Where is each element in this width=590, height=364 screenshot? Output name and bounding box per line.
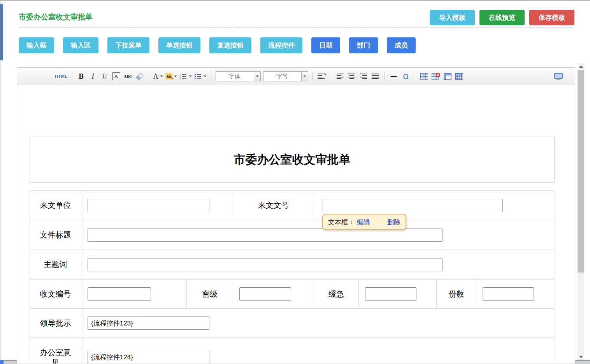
approval-form-table: 来文单位 来文文号 文件标题 主题词 收文编号 密级 缓急 份数 [30,190,555,364]
chevron-down-icon [303,76,306,77]
align-left-icon [336,73,344,79]
wenjian-biaoti-input[interactable] [88,229,442,242]
insert-member-button[interactable]: 成员 [387,37,416,53]
laiwen-wenhao-input[interactable] [323,199,503,212]
bold-button[interactable]: B [77,71,86,81]
toolbar-separator [313,71,313,81]
insert-flow-control-button[interactable]: 流程控件 [260,37,302,53]
scrollbar-thumb[interactable] [578,70,584,273]
horizontal-rule-button[interactable]: — [389,71,399,81]
eraser-icon [135,72,144,80]
align-left-button[interactable] [335,71,345,81]
justify-button[interactable] [371,71,380,81]
control-buttons-row: 输入框 输入区 下拉菜单 单选按钮 复选按钮 流程控件 日期 部门 成员 [19,37,416,53]
align-center-icon [348,73,356,79]
special-character-button[interactable]: Ω [401,71,411,81]
highlight-color-button[interactable]: ab✎ [165,71,177,81]
table-row: 领导批示 [30,309,555,338]
font-color-button[interactable]: A [153,71,163,81]
ordered-list-icon: 1 2 3 [179,73,187,79]
justify-icon [371,73,379,79]
strikethrough-button[interactable]: ABC [123,71,133,81]
chevron-down-icon [189,76,192,77]
bangongshi-yijian-input[interactable] [88,351,209,364]
rich-text-editor-panel: HTML B I U A ABC A ab✎ 1 2 3 [17,67,575,364]
font-color-a-icon: A [153,72,158,81]
toolbar-separator [211,71,211,81]
table-row: 收文编号 密级 缓急 份数 [30,280,555,309]
font-style-button[interactable]: A [112,71,121,81]
insert-department-button[interactable]: 部门 [349,37,378,53]
insert-textarea-button[interactable]: 输入区 [63,37,98,53]
fullscreen-button[interactable] [554,71,563,81]
scroll-up-button[interactable] [578,63,584,70]
editor-content-area[interactable]: 市委办公室收文审批单 来文单位 来文文号 文件标题 主题词 收文 [17,85,575,364]
header-actions: 导入模板 在线预览 保存模板 [430,10,574,25]
pencil-icon: ✎ [170,76,174,81]
toolbar-separator [331,71,331,81]
vertical-scrollbar[interactable] [578,63,584,360]
insert-radio-button[interactable]: 单选按钮 [158,37,200,53]
table-row: 来文单位 来文文号 [30,191,555,220]
insert-table-icon [420,73,428,80]
miji-input[interactable] [239,287,291,301]
save-template-button[interactable]: 保存模板 [529,10,574,25]
online-preview-button[interactable]: 在线预览 [479,10,525,25]
insert-inputbox-button[interactable]: 输入框 [19,37,54,53]
laiwen-danwei-input[interactable] [88,199,209,212]
unordered-list-icon [194,73,202,79]
lingdao-pishi-input[interactable] [88,317,209,330]
delete-table-button[interactable] [431,71,441,81]
font-family-select[interactable]: 字体 [216,71,261,81]
unordered-list-button[interactable] [194,71,207,81]
align-right-button[interactable] [359,71,368,81]
table-properties-button[interactable] [455,71,464,81]
font-size-dropdown-button[interactable] [301,71,308,81]
toolbar-separator [149,71,149,81]
html-source-button[interactable]: HTML [55,71,68,81]
textbox-action-tooltip: 文本框： 编辑 删除 [322,214,406,230]
background-window-strip [0,4,3,60]
insert-table-button[interactable] [420,71,429,81]
highlight-ab-icon: ab✎ [165,73,172,79]
remove-format-button[interactable] [135,71,144,81]
insert-dropdown-button[interactable]: 下拉菜单 [107,37,149,53]
italic-button[interactable]: I [88,71,98,81]
table-properties-icon [455,73,463,80]
ordered-list-button[interactable]: 1 2 3 [179,71,192,81]
shouwen-bianhao-input[interactable] [88,287,151,301]
toolbar-separator [415,71,415,81]
fenshu-input[interactable] [483,287,534,301]
import-template-button[interactable]: 导入模板 [430,10,475,25]
laiwen-danwei-label: 来文单位 [30,191,81,220]
chevron-down-icon [160,76,163,77]
toolbar-separator [384,71,385,81]
font-size-select[interactable]: 字号 [263,71,308,81]
background-window-corner [0,360,4,364]
chevron-down-icon [204,76,207,77]
chevron-down-icon [256,76,259,77]
delete-link[interactable]: 删除 [387,218,400,227]
delete-table-icon [432,73,440,80]
insert-date-button[interactable]: 日期 [311,37,340,53]
huanji-input[interactable] [365,287,416,301]
cell-properties-button[interactable] [443,71,452,81]
table-row: 主题词 [30,250,555,280]
shouwen-bianhao-label: 收文编号 [30,280,81,309]
underline-button[interactable]: U [100,71,109,81]
scroll-down-button[interactable] [578,353,584,360]
page-title: 市委办公室收文审批单 [19,12,93,22]
miji-label: 密级 [187,280,233,309]
form-title-box: 市委办公室收文审批单 [30,137,555,183]
indent-button[interactable] [317,71,327,81]
wenjian-biaoti-label: 文件标题 [30,220,81,250]
font-family-dropdown-button[interactable] [254,71,261,81]
edit-link[interactable]: 编辑 [357,218,370,227]
align-right-icon [360,73,367,79]
align-center-button[interactable] [347,71,356,81]
zhutici-input[interactable] [88,258,442,271]
window-top-edge [0,0,590,1]
insert-checkbox-button[interactable]: 复选按钮 [209,37,251,53]
font-size-value: 字号 [263,71,301,81]
zhutici-label: 主题词 [30,250,81,280]
